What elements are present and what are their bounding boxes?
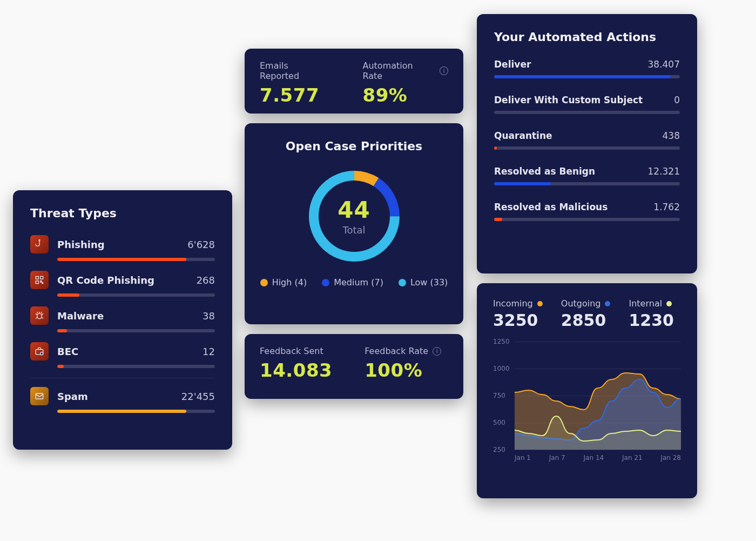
threat-types-title: Threat Types (30, 206, 215, 220)
emails-reported-value: 7.577 (260, 84, 330, 106)
traffic-area-chart: 12501000750500250 (493, 342, 681, 450)
info-icon[interactable]: i (433, 347, 441, 356)
priorities-title: Open Case Priorities (258, 139, 450, 153)
legend-label: Medium (7) (334, 277, 383, 288)
threat-name: Phishing (57, 239, 187, 250)
svg-rect-5 (42, 283, 43, 284)
traffic-series-label: Incoming (493, 298, 533, 309)
y-tick: 250 (493, 446, 505, 453)
threat-name: QR Code Phishing (57, 275, 197, 286)
feedback-rate-stat: Feedback Rate i 100% (364, 346, 441, 381)
svg-point-8 (40, 352, 43, 355)
threat-bar (57, 293, 215, 297)
email-stats-card: Emails Reported 7.577 Automation Rate i … (245, 49, 463, 113)
y-tick: 750 (493, 392, 505, 399)
feedback-rate-value: 100% (364, 359, 441, 381)
mail-icon (30, 387, 49, 405)
action-bar (494, 182, 680, 185)
automation-rate-stat: Automation Rate i 89% (362, 61, 448, 106)
action-name: Deliver (494, 59, 531, 70)
traffic-stat: Incoming 3250 (493, 298, 543, 330)
threat-row[interactable]: Phishing 6'628 (30, 235, 215, 253)
series-dot (605, 301, 610, 306)
threat-count: 268 (197, 275, 215, 286)
action-row: Quarantine 438 (494, 130, 680, 163)
action-value: 38.407 (648, 59, 680, 70)
threat-bar (57, 410, 215, 413)
threat-row[interactable]: Malware 38 (30, 306, 215, 325)
action-bar (494, 75, 680, 78)
legend-dot (260, 279, 268, 286)
legend-label: Low (33) (410, 277, 448, 288)
action-value: 438 (663, 130, 680, 141)
y-tick: 1000 (493, 365, 510, 372)
priorities-donut: 44 Total (303, 165, 406, 268)
legend-dot (322, 279, 329, 286)
action-row: Deliver With Custom Subject 0 (494, 95, 680, 127)
svg-rect-3 (36, 281, 38, 284)
svg-rect-1 (36, 276, 38, 279)
feedback-card: Feedback Sent 14.083 Feedback Rate i 100… (245, 334, 463, 399)
threat-bar (57, 329, 215, 332)
threat-row[interactable]: QR Code Phishing 268 (30, 271, 215, 289)
automation-rate-label: Automation Rate (362, 61, 435, 81)
x-tick: Jan 28 (660, 454, 681, 462)
feedback-sent-stat: Feedback Sent 14.083 (260, 346, 332, 381)
action-value: 1.762 (653, 202, 680, 212)
svg-rect-2 (40, 276, 43, 279)
svg-rect-9 (36, 393, 43, 399)
legend-label: High (4) (272, 277, 307, 288)
x-tick: Jan 7 (549, 454, 565, 462)
svg-point-0 (39, 240, 40, 241)
legend-item[interactable]: Medium (7) (322, 277, 383, 288)
action-name: Resolved as Malicious (494, 202, 608, 212)
feedback-rate-label: Feedback Rate (364, 346, 428, 356)
action-name: Quarantine (494, 130, 552, 141)
traffic-series-label: Internal (629, 298, 662, 309)
action-row: Deliver 38.407 (494, 59, 680, 91)
qr-icon (30, 271, 49, 289)
bug-icon (30, 306, 49, 325)
threat-name: Malware (57, 310, 202, 322)
feedback-sent-label: Feedback Sent (260, 346, 332, 356)
emails-reported-stat: Emails Reported 7.577 (260, 61, 330, 106)
threat-name: BEC (57, 346, 202, 357)
priorities-total: 44 (338, 197, 370, 223)
briefcase-icon (30, 342, 49, 360)
priorities-card: Open Case Priorities 44 Total High (4)Me… (245, 123, 463, 324)
threat-count: 22'455 (181, 391, 215, 402)
automation-rate-value: 89% (362, 84, 448, 106)
x-tick: Jan 1 (515, 454, 531, 462)
action-bar (494, 218, 680, 221)
legend-dot (399, 279, 406, 286)
x-tick: Jan 21 (622, 454, 643, 462)
threat-count: 6'628 (187, 239, 215, 250)
threat-count: 38 (202, 310, 215, 322)
svg-rect-4 (40, 281, 42, 283)
series-dot (666, 301, 672, 306)
feedback-sent-value: 14.083 (260, 359, 332, 381)
info-icon[interactable]: i (440, 66, 448, 75)
traffic-stat: Internal 1230 (629, 298, 674, 330)
y-tick: 1250 (493, 338, 510, 345)
automated-actions-title: Your Automated Actions (494, 30, 680, 44)
legend-item[interactable]: High (4) (260, 277, 307, 288)
threat-count: 12 (202, 346, 215, 357)
threat-name: Spam (57, 391, 181, 402)
action-value: 12.321 (648, 166, 680, 177)
traffic-series-label: Outgoing (561, 298, 601, 309)
threat-bar (57, 258, 215, 261)
threat-row[interactable]: BEC 12 (30, 342, 215, 360)
traffic-series-value: 1230 (629, 311, 674, 330)
threat-row[interactable]: Spam 22'455 (30, 387, 215, 405)
traffic-stat: Outgoing 2850 (561, 298, 611, 330)
action-row: Resolved as Malicious 1.762 (494, 202, 680, 234)
series-dot (537, 301, 543, 306)
legend-item[interactable]: Low (33) (399, 277, 448, 288)
action-name: Resolved as Benign (494, 166, 595, 177)
priorities-total-label: Total (342, 224, 365, 236)
traffic-series-value: 3250 (493, 311, 543, 330)
traffic-card: Incoming 3250 Outgoing 2850 Internal 123… (477, 283, 697, 498)
y-tick: 500 (493, 419, 505, 426)
action-bar (494, 111, 680, 114)
